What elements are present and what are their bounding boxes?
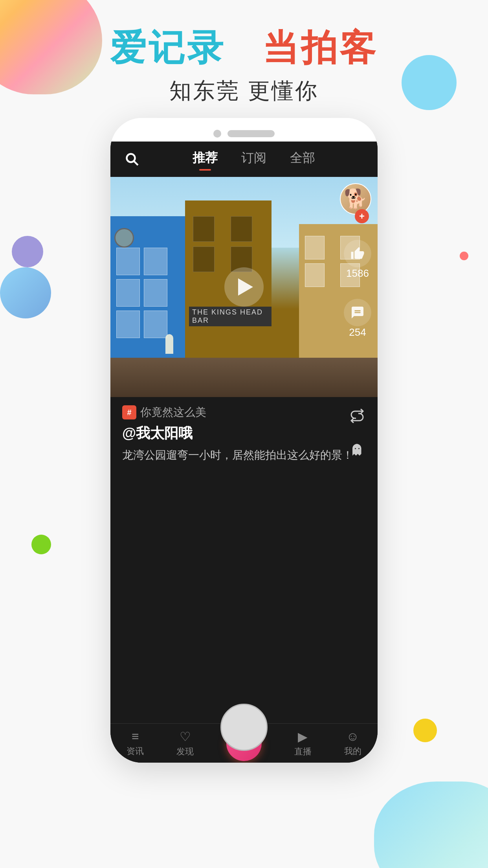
header-area: 爱记录 当拍客 知东莞 更懂你: [0, 24, 488, 106]
ghost-icon: [350, 443, 364, 457]
building-left: [110, 216, 189, 366]
nav-news-label: 资讯: [127, 745, 144, 757]
nav-item-discover[interactable]: ♡ 发现: [176, 729, 194, 758]
profile-icon: ☺: [346, 729, 359, 744]
side-actions: [346, 405, 368, 461]
discover-icon: ♡: [180, 729, 191, 744]
header-red-text: 当拍客: [262, 28, 378, 68]
search-icon: [125, 152, 139, 166]
window: [193, 216, 215, 242]
content-author[interactable]: @我太阳哦: [122, 424, 366, 443]
window: [144, 248, 167, 275]
tab-recommend[interactable]: 推荐: [193, 149, 218, 169]
app-screen: 推荐 订阅 全部: [110, 142, 378, 763]
ground-walkway: [110, 358, 378, 397]
tag-label: 你竟然这么美: [140, 405, 206, 420]
like-button[interactable]: [344, 240, 371, 267]
window: [116, 248, 140, 275]
header-subtitle: 知东莞 更懂你: [0, 76, 488, 106]
window: [305, 263, 325, 287]
nav-item-news[interactable]: ≡ 资讯: [127, 729, 144, 757]
comment-count: 254: [349, 326, 366, 338]
header-blue-text: 爱记录: [110, 28, 226, 68]
nav-profile-label: 我的: [344, 745, 361, 757]
nav-tabs: 推荐 订阅 全部: [142, 149, 366, 169]
bg-decoration-bottom-right: [374, 782, 488, 868]
svg-point-0: [127, 154, 135, 162]
bg-decoration-mid-left-blue: [0, 267, 51, 318]
nav-item-profile[interactable]: ☺ 我的: [344, 729, 361, 757]
tab-all[interactable]: 全部: [290, 149, 315, 169]
nav-discover-label: 发现: [176, 746, 194, 758]
user-avatar[interactable]: 🐕: [340, 183, 371, 215]
window: [144, 311, 167, 338]
follow-button[interactable]: +: [355, 209, 369, 223]
content-description: 龙湾公园遛弯一小时，居然能拍出这么好的景！: [122, 447, 366, 463]
share-icon: [350, 409, 364, 423]
person-silhouette: [165, 334, 173, 354]
nav-live-label: 直播: [294, 746, 312, 758]
header-main-title: 爱记录 当拍客: [0, 24, 488, 72]
live-icon: ▶: [298, 729, 308, 744]
phone-home-button[interactable]: [220, 704, 268, 751]
comment-icon: [350, 305, 365, 320]
top-nav-bar: 推荐 订阅 全部: [110, 142, 378, 177]
like-action: 1586: [344, 240, 371, 287]
window: [116, 311, 140, 338]
window: [144, 279, 167, 307]
hash-symbol: #: [122, 405, 136, 419]
sign: THE KINGS HEAD BAR: [189, 307, 272, 326]
avatar-image: 🐕: [344, 188, 367, 210]
bg-decoration-lower-left-green: [31, 535, 51, 554]
nav-item-live[interactable]: ▶ 直播: [294, 729, 312, 758]
window: [116, 279, 140, 307]
bg-decoration-mid-left-dark: [12, 236, 43, 267]
video-area[interactable]: THE KINGS HEAD BAR: [110, 177, 378, 397]
play-icon: [238, 278, 253, 296]
clock: [114, 228, 134, 248]
phone-speaker: [227, 130, 275, 137]
window: [305, 236, 325, 259]
window: [193, 246, 215, 272]
phone-mockup: 推荐 订阅 全部: [110, 118, 378, 763]
content-area: # 你竟然这么美 @我太阳哦 龙湾公园遛弯一小时，居然能拍出这么好的景！: [110, 397, 378, 723]
bg-decoration-lower-right-yellow: [413, 719, 437, 742]
thumbs-up-icon: [350, 246, 365, 261]
phone-top-bar: [110, 118, 378, 142]
like-count: 1586: [346, 267, 369, 280]
svg-line-1: [134, 161, 138, 166]
tab-subscribe[interactable]: 订阅: [241, 149, 266, 169]
search-button[interactable]: [122, 149, 142, 169]
windows-left: [116, 248, 167, 338]
content-tag: # 你竟然这么美: [122, 405, 366, 420]
news-icon: ≡: [132, 729, 139, 744]
comment-button[interactable]: [344, 299, 371, 326]
phone-camera: [213, 130, 221, 138]
ghost-button[interactable]: [346, 439, 368, 461]
window: [231, 216, 252, 242]
bg-decoration-mid-right-dot: [460, 252, 468, 260]
windows-mid: [193, 216, 264, 272]
comment-action: 254: [344, 299, 371, 346]
play-button[interactable]: [224, 267, 264, 307]
share-button[interactable]: [346, 405, 368, 427]
